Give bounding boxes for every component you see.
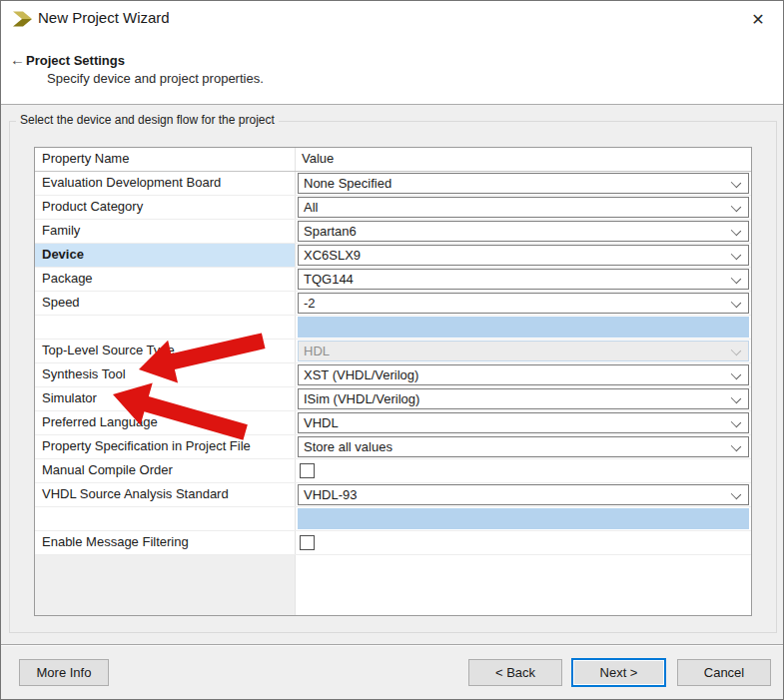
dropdown-evaluation-development-board[interactable]: None Specified [298, 173, 749, 194]
property-value-cell [296, 531, 751, 554]
table-header-row: Property Name Value [35, 148, 751, 172]
property-row-blank [35, 507, 751, 531]
dropdown-simulator[interactable]: ISim (VHDL/Verilog) [298, 388, 749, 409]
property-name-label: Manual Compile Order [35, 459, 296, 482]
remainder-value-cell [296, 555, 751, 615]
remainder-name-cell [35, 555, 296, 615]
property-name-label: VHDL Source Analysis Standard [35, 483, 296, 506]
dropdown-property-specification-in-project-file[interactable]: Store all values [298, 436, 749, 457]
close-icon[interactable]: ✕ [743, 7, 773, 33]
property-row-simulator: SimulatorISim (VHDL/Verilog) [35, 387, 751, 411]
chevron-down-icon [731, 442, 740, 451]
dropdown-package[interactable]: TQG144 [298, 269, 749, 290]
dropdown-selected-value: TQG144 [304, 272, 354, 287]
dropdown-selected-value: XST (VHDL/Verilog) [304, 367, 418, 382]
column-header-value: Value [296, 148, 751, 171]
blue-separator-bar [298, 317, 749, 338]
property-name-label: Package [35, 268, 296, 291]
chevron-down-icon [731, 179, 740, 188]
dropdown-product-category[interactable]: All [298, 197, 749, 218]
property-name-label: Enable Message Filtering [35, 531, 296, 554]
dropdown-family[interactable]: Spartan6 [298, 221, 749, 242]
dropdown-synthesis-tool[interactable]: XST (VHDL/Verilog) [298, 364, 749, 385]
chevron-down-icon [731, 490, 740, 499]
dropdown-selected-value: HDL [304, 344, 330, 358]
property-name-label: Family [35, 220, 296, 243]
property-row-evaluation-development-board: Evaluation Development BoardNone Specifi… [35, 172, 751, 196]
property-row-vhdl-source-analysis-standard: VHDL Source Analysis StandardVHDL-93 [35, 483, 751, 507]
property-name-label: Evaluation Development Board [35, 172, 296, 195]
dropdown-selected-value: None Specified [304, 176, 392, 191]
property-row-family: FamilySpartan6 [35, 220, 751, 244]
dropdown-top-level-source-type: HDL [298, 341, 749, 361]
property-name-label: Synthesis Tool [35, 363, 296, 386]
property-row-speed: Speed-2 [35, 292, 751, 316]
property-row-blank [35, 316, 751, 340]
property-name-label: Simulator [35, 387, 296, 410]
window-title: New Project Wizard [38, 9, 170, 26]
wizard-header: ← Project Settings Specify device and pr… [1, 37, 783, 104]
property-row-device: DeviceXC6SLX9 [35, 244, 751, 268]
table-remainder-row [35, 555, 751, 615]
back-arrow-icon: ← [10, 51, 25, 68]
xilinx-logo-icon [10, 10, 32, 28]
property-row-top-level-source-type: Top-Level Source TypeHDL [35, 340, 751, 363]
chevron-down-icon [731, 394, 740, 403]
property-value-cell [296, 459, 751, 482]
property-value-cell: None Specified [296, 172, 751, 195]
page-title: Project Settings [26, 53, 125, 68]
property-table: Property Name Value Evaluation Developme… [34, 147, 752, 616]
property-name-label [35, 316, 296, 339]
groupbox-label: Select the device and design flow for th… [16, 113, 279, 127]
back-button[interactable]: < Back [468, 659, 562, 686]
chevron-down-icon [731, 227, 740, 236]
property-row-manual-compile-order: Manual Compile Order [35, 459, 751, 483]
property-value-cell: TQG144 [296, 268, 751, 291]
property-value-cell: XST (VHDL/Verilog) [296, 363, 751, 386]
chevron-down-icon [731, 347, 740, 355]
button-bar: More Info < Back Next > Cancel [1, 644, 783, 700]
chevron-down-icon [731, 275, 740, 284]
dropdown-selected-value: VHDL-93 [304, 487, 357, 502]
property-name-label: Property Specification in Project File [35, 435, 296, 458]
property-value-cell: All [296, 196, 751, 219]
property-value-cell: VHDL-93 [296, 483, 751, 506]
property-name-label: Speed [35, 292, 296, 315]
dropdown-selected-value: VHDL [304, 415, 339, 430]
property-row-enable-message-filtering: Enable Message Filtering [35, 531, 751, 555]
property-name-label: Product Category [35, 196, 296, 219]
cancel-button[interactable]: Cancel [677, 659, 771, 686]
dropdown-selected-value: ISim (VHDL/Verilog) [304, 391, 419, 406]
dropdown-selected-value: -2 [304, 296, 316, 311]
checkbox-manual-compile-order[interactable] [300, 463, 315, 478]
blue-separator-bar [298, 508, 749, 529]
next-button[interactable]: Next > [571, 658, 666, 687]
dropdown-selected-value: Spartan6 [304, 224, 357, 239]
property-value-cell: -2 [296, 292, 751, 315]
dropdown-vhdl-source-analysis-standard[interactable]: VHDL-93 [298, 484, 749, 505]
chevron-down-icon [731, 418, 740, 427]
checkbox-enable-message-filtering[interactable] [300, 535, 315, 550]
property-name-label: Preferred Language [35, 411, 296, 434]
property-name-label: Device [35, 244, 296, 267]
column-header-property-name: Property Name [35, 148, 296, 171]
property-value-cell: Store all values [296, 435, 751, 458]
property-row-synthesis-tool: Synthesis ToolXST (VHDL/Verilog) [35, 363, 751, 387]
property-row-preferred-language: Preferred LanguageVHDL [35, 411, 751, 435]
dropdown-preferred-language[interactable]: VHDL [298, 412, 749, 433]
title-bar: New Project Wizard ✕ [1, 1, 783, 37]
more-info-button[interactable]: More Info [19, 659, 109, 686]
property-value-cell: XC6SLX9 [296, 244, 751, 267]
chevron-down-icon [731, 299, 740, 308]
property-value-cell: ISim (VHDL/Verilog) [296, 387, 751, 410]
property-row-package: PackageTQG144 [35, 268, 751, 292]
new-project-wizard-window: New Project Wizard ✕ ← Project Settings … [0, 0, 784, 700]
dropdown-selected-value: Store all values [304, 439, 392, 454]
property-value-cell [296, 507, 751, 530]
property-row-product-category: Product CategoryAll [35, 196, 751, 220]
property-value-cell: HDL [296, 340, 751, 362]
dropdown-device[interactable]: XC6SLX9 [298, 245, 749, 266]
property-value-cell: VHDL [296, 411, 751, 434]
chevron-down-icon [731, 251, 740, 260]
dropdown-speed[interactable]: -2 [298, 293, 749, 314]
